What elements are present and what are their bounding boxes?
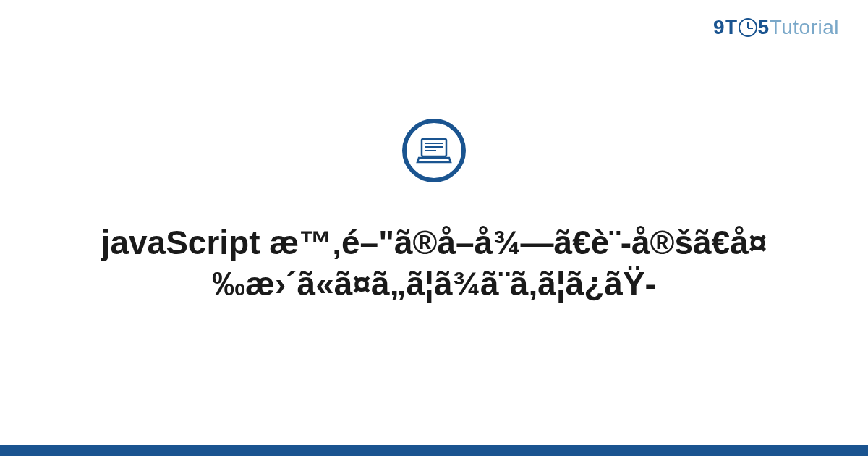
laptop-icon [416,136,452,165]
article-title: javaScript æ™‚é–"ã®å–å¾—ã€è¨-å®šã€å¤‰æ›´… [36,222,832,305]
bottom-accent-bar [0,445,868,456]
article-icon-circle [402,119,466,182]
main-content: javaScript æ™‚é–"ã®å–å¾—ã€è¨-å®šã€å¤‰æ›´… [0,0,868,445]
